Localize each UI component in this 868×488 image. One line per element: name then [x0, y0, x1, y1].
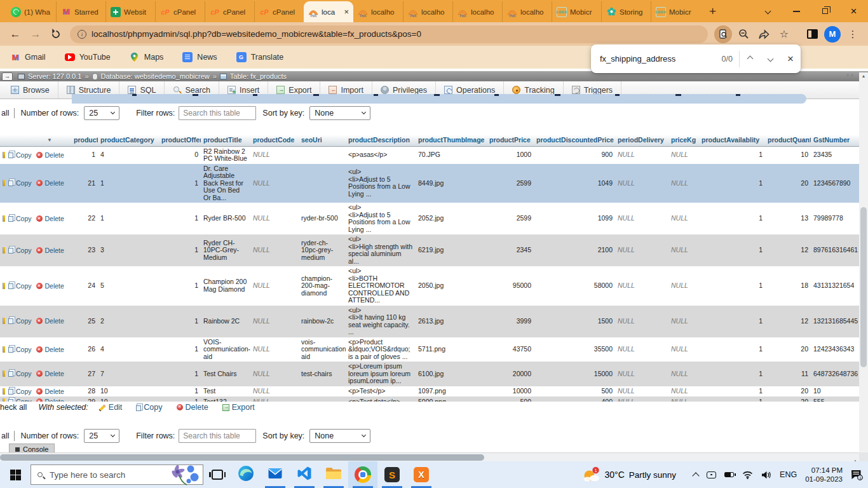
with-selected-copy-link[interactable]: Copy	[136, 403, 162, 412]
edit-icon-clipped[interactable]	[3, 318, 5, 324]
taskbar-search-input[interactable]	[48, 470, 164, 480]
copy-icon[interactable]	[8, 283, 13, 289]
browser-menu-button[interactable]: ⋮	[843, 25, 863, 44]
row-copy-link[interactable]: Copy	[16, 151, 32, 159]
show-all-label[interactable]: all	[1, 431, 10, 440]
taskbar-app-vscode[interactable]	[290, 461, 319, 488]
column-header-productQuantity[interactable]: productQuantity	[765, 135, 811, 146]
edit-icon-clipped[interactable]	[3, 283, 5, 289]
row-copy-link[interactable]: Copy	[16, 398, 32, 402]
number-of-rows-select[interactable]: 25	[84, 106, 119, 120]
bookmark-youtube[interactable]: YouTube	[65, 53, 111, 62]
volume-icon[interactable]	[761, 471, 771, 479]
browser-tab[interactable]: PMAlocalho	[403, 1, 452, 22]
find-input[interactable]	[591, 53, 722, 64]
check-all-label[interactable]: heck all	[0, 403, 27, 412]
row-copy-link[interactable]: Copy	[16, 346, 32, 353]
browser-tab[interactable]: Mobicr	[651, 1, 700, 22]
browser-tab[interactable]: cPanel	[254, 1, 304, 22]
vertical-scrollbar[interactable]: ▲	[859, 72, 868, 452]
edit-icon-clipped[interactable]	[3, 215, 5, 222]
wifi-icon[interactable]	[742, 471, 753, 479]
edit-icon-clipped[interactable]	[3, 152, 5, 158]
bookmark-news[interactable]: News	[182, 52, 217, 62]
side-panel-button[interactable]	[802, 25, 822, 44]
taskbar-app-xampp[interactable]	[407, 461, 436, 488]
filter-rows-input[interactable]	[179, 429, 256, 443]
zoom-button[interactable]	[733, 25, 754, 44]
column-header-productCategory[interactable]: productCategory	[98, 135, 159, 146]
start-button[interactable]	[0, 461, 31, 488]
row-delete-link[interactable]: Delete	[45, 346, 64, 353]
column-header-productDiscountedPrice[interactable]: productDiscountedPrice	[534, 135, 615, 146]
filter-rows-input[interactable]	[179, 106, 256, 120]
bookmark-maps[interactable]: Maps	[130, 52, 164, 62]
delete-icon[interactable]	[36, 318, 43, 324]
row-delete-link[interactable]: Delete	[45, 370, 64, 377]
column-header-productCode[interactable]: productCode	[250, 135, 299, 146]
tab-close-icon[interactable]: ×	[344, 7, 349, 17]
number-of-rows-select[interactable]: 25	[84, 429, 119, 443]
copy-icon[interactable]	[8, 371, 13, 377]
browser-tab[interactable]: cPanel	[155, 1, 205, 22]
copy-icon[interactable]	[8, 318, 13, 324]
reload-button[interactable]	[46, 25, 66, 44]
restore-button[interactable]	[811, 0, 839, 22]
column-header-productID[interactable]: productID	[71, 135, 98, 146]
row-copy-link[interactable]: Copy	[16, 282, 32, 290]
edit-icon-clipped[interactable]	[3, 398, 5, 402]
bookmark-gmail[interactable]: Gmail	[10, 52, 46, 62]
breadcrumb-database[interactable]: Database: websitedemo_mobicrew	[101, 72, 210, 80]
address-bar[interactable]: i localhost/phpmyadmin/sql.php?db=websit…	[70, 25, 708, 43]
edit-icon-clipped[interactable]	[3, 346, 5, 353]
back-button[interactable]: ←	[5, 25, 25, 44]
taskbar-app-explorer[interactable]	[319, 461, 348, 488]
column-header-seoUri[interactable]: seoUri	[299, 135, 346, 146]
delete-icon[interactable]	[36, 283, 43, 289]
copy-icon[interactable]	[8, 347, 13, 353]
row-copy-link[interactable]: Copy	[16, 388, 32, 395]
browser-tab[interactable]: Storing	[601, 1, 651, 22]
taskbar-app-chrome[interactable]	[348, 461, 377, 488]
delete-icon[interactable]	[36, 152, 43, 158]
find-close-button[interactable]: ×	[780, 49, 801, 69]
delete-icon[interactable]	[36, 388, 43, 395]
browser-tab[interactable]: Starred	[56, 1, 105, 22]
edit-icon-clipped[interactable]	[3, 370, 5, 377]
close-window-button[interactable]: ×	[839, 0, 868, 22]
copy-icon[interactable]	[8, 152, 13, 158]
copy-icon[interactable]	[8, 389, 13, 395]
with-selected-export-link[interactable]: Export	[222, 403, 255, 412]
row-copy-link[interactable]: Copy	[16, 247, 32, 254]
row-delete-link[interactable]: Delete	[45, 398, 64, 402]
horizontal-scrollbar-thumb[interactable]	[0, 454, 484, 461]
copy-icon[interactable]	[8, 399, 13, 402]
forward-button[interactable]: →	[25, 25, 46, 44]
copy-icon[interactable]	[8, 180, 13, 186]
column-header-periodDelivery[interactable]: periodDelivery	[615, 135, 668, 146]
row-copy-link[interactable]: Copy	[16, 215, 32, 222]
profile-button[interactable]: M	[822, 25, 843, 44]
breadcrumb-table[interactable]: Table: fx_products	[230, 72, 287, 80]
delete-icon[interactable]	[36, 215, 43, 222]
scroll-up-arrow[interactable]: ▲	[859, 74, 868, 78]
delete-icon[interactable]	[36, 346, 43, 353]
tab-search-menu-button[interactable]	[754, 0, 782, 22]
edit-icon-clipped[interactable]	[3, 388, 5, 395]
horizontal-scrollbar[interactable]	[0, 452, 859, 461]
find-in-page-button[interactable]	[713, 25, 733, 44]
column-header-productAvailablity[interactable]: productAvailablity	[699, 135, 765, 146]
browser-tab[interactable]: PMAlocalho	[452, 1, 502, 22]
new-tab-button[interactable]: +	[709, 5, 716, 17]
site-info-icon[interactable]: i	[78, 30, 86, 39]
edit-icon-clipped[interactable]	[3, 247, 5, 254]
with-selected-edit-link[interactable]: Edit	[98, 403, 123, 412]
tray-expand-chevron-icon[interactable]	[692, 472, 699, 479]
row-copy-link[interactable]: Copy	[16, 370, 32, 377]
taskbar-search-box[interactable]	[31, 464, 203, 485]
sort-by-key-select[interactable]: None	[309, 106, 370, 120]
column-header-productOffer[interactable]: productOffer	[159, 135, 201, 146]
browser-tab[interactable]: PMAlocalho	[502, 1, 552, 22]
sort-by-key-select[interactable]: None	[309, 429, 370, 443]
battery-icon[interactable]	[724, 472, 734, 477]
